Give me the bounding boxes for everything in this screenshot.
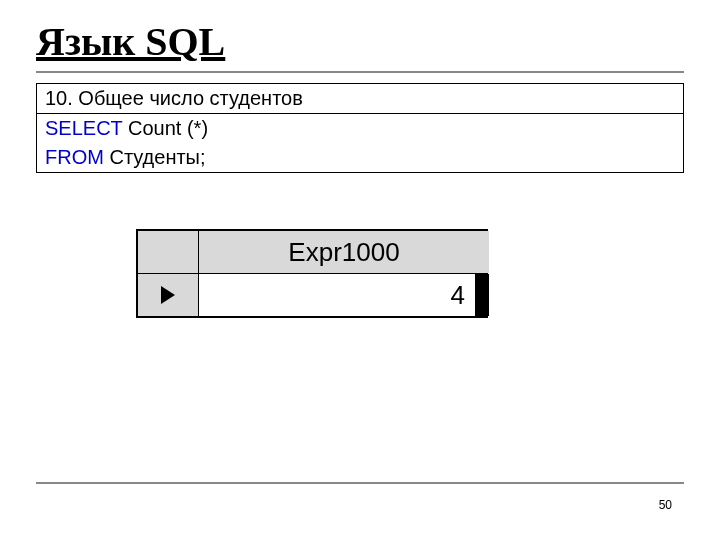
code-text: Count (*) [122, 117, 208, 139]
footer-rule [36, 482, 684, 484]
row-selector-icon [138, 274, 198, 316]
code-line-1: SELECT Count (*) [37, 114, 683, 143]
code-line-2: FROM Студенты; [37, 143, 683, 172]
column-header: Expr1000 [199, 231, 489, 273]
code-header: 10. Общее число студентов [37, 84, 683, 114]
result-grid: Expr1000 4 [136, 229, 488, 318]
grid-corner-cell [138, 231, 198, 273]
code-text: Студенты; [104, 146, 206, 168]
sql-keyword: SELECT [45, 117, 122, 139]
result-value: 4 [451, 280, 465, 311]
sql-code-box: 10. Общее число студентов SELECT Count (… [36, 83, 684, 173]
page-title: Язык SQL [36, 14, 684, 65]
result-grid-container: Expr1000 4 [136, 229, 488, 318]
sql-keyword: FROM [45, 146, 104, 168]
result-value-cell: 4 [199, 274, 489, 316]
title-underline [36, 71, 684, 73]
page-number: 50 [659, 498, 672, 512]
